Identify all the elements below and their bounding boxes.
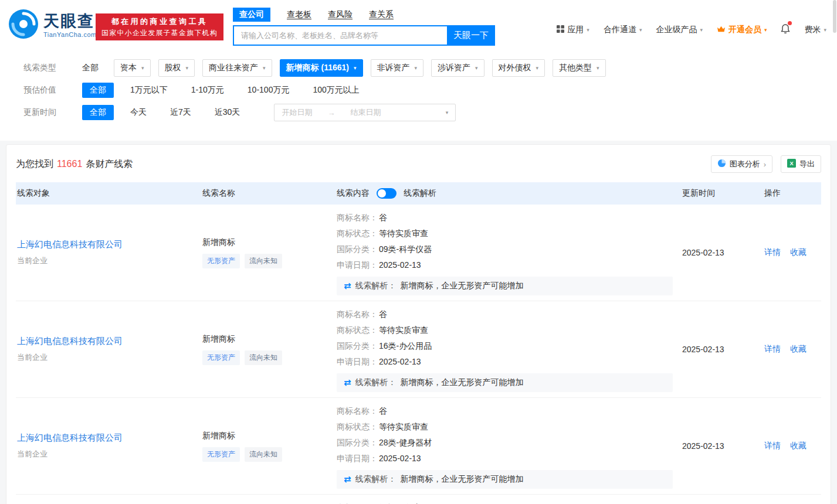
slogan-line1: 都在用的商业查询工具	[101, 16, 218, 28]
pie-chart-icon	[717, 159, 726, 169]
filter-dropdown-litigation[interactable]: 涉诉资产▾	[431, 59, 484, 77]
filter-time-30days[interactable]: 近30天	[215, 107, 240, 118]
crown-icon	[717, 25, 726, 35]
filter-dropdown-capital[interactable]: 资本▾	[114, 59, 151, 77]
field-label: 国际分类：	[337, 341, 378, 350]
filter-type-all[interactable]: 全部	[82, 63, 99, 73]
filter-value-under-10k[interactable]: 1万元以下	[130, 85, 168, 96]
search-tab-company[interactable]: 查公司	[233, 8, 270, 22]
chevron-down-icon: ▾	[186, 65, 189, 71]
filter-label: 线索类型	[23, 63, 82, 73]
filter-time-all[interactable]: 全部	[82, 105, 114, 120]
favorite-link[interactable]: 收藏	[790, 247, 806, 258]
filter-dropdown-nonlitigation[interactable]: 非诉资产▾	[371, 59, 424, 77]
filter-panel: 线索类型 全部 资本▾ 股权▾ 商业往来资产▾ 新增商标 (11661)▾ 非诉…	[0, 50, 837, 141]
clue-analysis-toggle[interactable]	[377, 188, 397, 199]
search-tabs: 查公司 查老板 查风险 查关系	[233, 7, 495, 22]
table-row: 上海幻电信息科技有限公司 当前企业 新增商标 无形资产 流向未知 商标名称：谷 …	[16, 205, 821, 301]
detail-link[interactable]: 详情	[764, 441, 781, 451]
filter-value-over-1m[interactable]: 100万元以上	[313, 85, 359, 96]
search-tab-relation[interactable]: 查关系	[369, 9, 394, 20]
filter-value-10k-100k[interactable]: 1-10万元	[191, 85, 224, 96]
filter-dropdown-external-debt[interactable]: 对外债权▾	[492, 59, 545, 77]
favorite-link[interactable]: 收藏	[790, 344, 806, 355]
excel-export-icon: X	[787, 159, 796, 169]
company-tag: 当前企业	[17, 256, 202, 266]
field-label: 商标状态：	[337, 422, 378, 431]
col-header-clue-name: 线索名称	[202, 188, 337, 199]
nav-user-account[interactable]: 费米 ▾	[804, 25, 826, 35]
filter-dropdown-new-trademark[interactable]: 新增商标 (11661)▾	[280, 59, 363, 77]
application-date: 2025-02-13	[379, 357, 421, 366]
updated-date: 2025-02-13	[682, 345, 724, 354]
date-range-picker[interactable]: 开始日期 → 结束日期 ▾	[274, 104, 456, 121]
filter-time-7days[interactable]: 近7天	[170, 107, 191, 118]
tianyancha-logo[interactable]: 天眼查 TianYanCha.com	[8, 9, 97, 42]
nav-enterprise[interactable]: 企业级产品 ▾	[656, 25, 703, 35]
tag-intangible-asset: 无形资产	[202, 447, 240, 462]
start-date-placeholder: 开始日期	[282, 107, 312, 118]
favorite-link[interactable]: 收藏	[790, 441, 806, 451]
top-header: 天眼查 TianYanCha.com 都在用的商业查询工具 国家中小企业发展子基…	[0, 0, 837, 50]
tag-intangible-asset: 无形资产	[202, 254, 240, 268]
field-label: 申请日期：	[337, 260, 378, 270]
table-row: 上海幻电信息科技有限公司 当前企业 新增商标 无形资产 流向未知 商标名称：谷 …	[16, 398, 821, 495]
chevron-down-icon: ▾	[141, 65, 144, 71]
search-tab-boss[interactable]: 查老板	[287, 9, 311, 20]
nav-vip-membership[interactable]: 开通会员 ▾	[717, 25, 767, 35]
chevron-down-icon: ▾	[587, 27, 589, 33]
tag-intangible-asset: 无形资产	[202, 350, 240, 365]
nav-cooperation[interactable]: 合作通道 ▾	[604, 25, 642, 35]
trademark-status: 等待实质审查	[379, 229, 428, 238]
trademark-status: 等待实质审查	[379, 422, 428, 431]
notification-bell-icon[interactable]	[781, 23, 790, 36]
clue-analysis-bar: ⇄ 线索解析： 新增商标，企业无形资产可能增加	[337, 470, 673, 489]
col-header-action: 操作	[764, 188, 821, 199]
field-label: 商标状态：	[337, 325, 378, 335]
chevron-down-icon: ▾	[700, 27, 703, 33]
analysis-label: 线索解析：	[355, 281, 397, 291]
detail-link[interactable]: 详情	[764, 344, 781, 355]
analysis-icon: ⇄	[344, 377, 351, 388]
chevron-down-icon: ▾	[446, 110, 449, 115]
scrollbar[interactable]	[833, 0, 836, 33]
search-input[interactable]	[233, 25, 447, 46]
analysis-icon: ⇄	[344, 474, 351, 485]
results-count: 11661	[57, 159, 82, 169]
clue-analysis-bar: ⇄ 线索解析： 新增商标，企业无形资产可能增加	[337, 373, 673, 392]
filter-value-100k-1m[interactable]: 10-100万元	[248, 85, 290, 96]
col-header-clue-target: 线索对象	[16, 188, 202, 199]
filter-value-all[interactable]: 全部	[82, 83, 114, 98]
analysis-text: 新增商标，企业无形资产可能增加	[401, 281, 524, 291]
results-summary: 为您找到11661条财产线索	[16, 158, 133, 171]
filter-dropdown-equity[interactable]: 股权▾	[158, 59, 195, 77]
company-link[interactable]: 上海幻电信息科技有限公司	[17, 239, 202, 250]
tag-flow-unknown: 流向未知	[245, 447, 282, 462]
filter-dropdown-business-assets[interactable]: 商业往来资产▾	[202, 59, 272, 77]
search-button[interactable]: 天眼一下	[447, 25, 495, 46]
trademark-name: 谷	[379, 213, 387, 222]
brand-name: 天眼查	[43, 12, 97, 30]
chevron-down-icon: ▾	[536, 65, 539, 71]
toggle-label: 线索解析	[404, 188, 436, 199]
company-link[interactable]: 上海幻电信息科技有限公司	[17, 433, 202, 444]
field-label: 申请日期：	[337, 454, 378, 463]
trademark-class: 28类-健身器材	[379, 438, 432, 447]
filter-dropdown-other[interactable]: 其他类型▾	[553, 59, 606, 77]
company-link[interactable]: 上海幻电信息科技有限公司	[17, 336, 202, 347]
tag-flow-unknown: 流向未知	[245, 254, 282, 268]
search-tab-risk[interactable]: 查风险	[328, 9, 353, 20]
analysis-text: 新增商标，企业无形资产可能增加	[401, 474, 524, 485]
analysis-label: 线索解析：	[355, 377, 397, 388]
export-button[interactable]: X 导出	[781, 155, 821, 173]
arrow-right-icon: →	[327, 108, 335, 117]
filter-row-estimated-value: 预估价值 全部 1万元以下 1-10万元 10-100万元 100万元以上	[0, 81, 837, 99]
nav-apps[interactable]: 应用 ▾	[557, 25, 589, 35]
updated-date: 2025-02-13	[682, 248, 724, 257]
field-label: 申请日期：	[337, 357, 378, 366]
analysis-icon: ⇄	[344, 281, 351, 291]
chevron-down-icon: ▾	[824, 27, 826, 33]
filter-time-today[interactable]: 今天	[130, 107, 147, 118]
chart-analysis-button[interactable]: 图表分析 ›	[711, 155, 772, 173]
detail-link[interactable]: 详情	[764, 247, 781, 258]
